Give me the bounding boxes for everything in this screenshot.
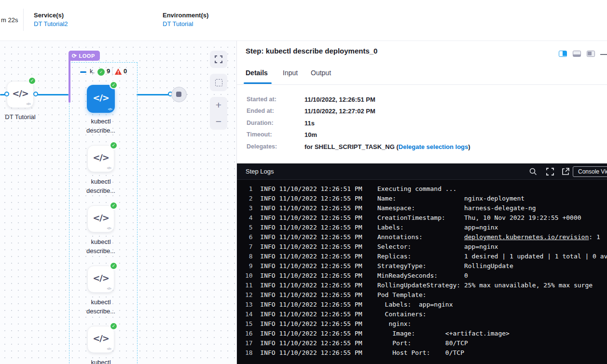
top-bar: m 22s Service(s) DT Tutorial2 Environmen… (0, 0, 607, 40)
log-annotation-link[interactable]: deployment.kubernetes.io/revision (464, 233, 589, 241)
code-icon: </> (88, 273, 114, 283)
tab-details[interactable]: Details (246, 69, 268, 77)
pipeline-end-node[interactable] (171, 87, 187, 102)
log-message: CreationTimestamp: Thu, 10 Nov 2022 19:2… (377, 214, 581, 221)
log-message: Labels: app=nginx (377, 301, 453, 308)
step-node[interactable]: </></> (87, 205, 114, 232)
zoom-in-button[interactable]: + (216, 100, 221, 110)
search-icon[interactable] (529, 167, 538, 176)
code-watermark-icon: </> (107, 286, 111, 291)
layout-split-right-button[interactable] (559, 51, 567, 57)
log-level: INFO (253, 272, 279, 279)
selection-square-icon (215, 79, 222, 86)
log-level: INFO (253, 262, 279, 270)
log-line-number: 12 (245, 291, 253, 298)
log-line: 16 INFO 11/10/2022 12:26:55 PM Image: <+… (245, 329, 510, 338)
log-message: Host Port: 0/TCP (377, 349, 464, 356)
canvas-zoom-controls: + − (210, 97, 227, 130)
step-node[interactable]: </></> (87, 85, 115, 113)
tab-output[interactable]: Output (311, 69, 331, 77)
log-line-number: 18 (245, 349, 253, 356)
stage-node-label: DT Tutorial (0, 112, 49, 121)
detail-row: Duration:11s (237, 120, 607, 129)
code-icon: </> (87, 93, 115, 103)
log-message: MinReadySeconds: 0 (377, 272, 468, 279)
loop-header-divider (112, 67, 112, 76)
log-message: Port: 80/TCP (377, 339, 468, 347)
log-level: INFO (253, 291, 279, 298)
canvas-fullscreen-button[interactable] (210, 51, 227, 68)
detail-row: Started at:11/10/2022, 12:26:51 PM (237, 96, 607, 106)
detail-value: 10m (304, 131, 317, 138)
log-message: Annotations: (377, 233, 464, 241)
zoom-out-button[interactable]: − (216, 117, 221, 126)
open-in-new-icon[interactable] (561, 167, 570, 176)
log-line-number: 8 (245, 253, 253, 260)
step-node-label: kubectldescribe... (72, 237, 130, 256)
step-logs-section: Step Logs Console View 1 INFO 11/10/2022… (237, 163, 607, 364)
delegate-selection-logs-link[interactable]: Delegate selection logs (399, 143, 469, 150)
log-message: RollingUpdateStrategy: 25% max unavailab… (377, 282, 593, 289)
log-line: 13 INFO 11/10/2022 12:26:55 PM Labels: a… (245, 300, 453, 310)
log-level: INFO (253, 349, 279, 356)
log-line-number: 13 (245, 301, 253, 308)
stage-node-dt-tutorial[interactable]: </> </> (7, 81, 34, 108)
log-line-number: 7 (245, 243, 253, 250)
warning-triangle-icon (114, 68, 122, 75)
log-line-number: 11 (245, 282, 253, 289)
log-line: 15 INFO 11/10/2022 12:26:55 PM nginx: (245, 319, 411, 329)
step-node-label: kubectldescribe... (72, 358, 130, 364)
log-line: 1 INFO 11/10/2022 12:26:51 PM Executing … (245, 184, 456, 194)
log-line-number: 1 (245, 185, 253, 192)
environments-label: Environment(s) (163, 12, 208, 19)
log-timestamp: 11/10/2022 12:26:55 PM (279, 320, 377, 327)
code-watermark-icon: </> (107, 166, 111, 170)
step-node[interactable]: </></> (87, 326, 114, 353)
success-check-icon: ✓ (110, 322, 118, 330)
console-view-toggle[interactable]: Console View (573, 166, 607, 177)
log-level: INFO (253, 185, 279, 192)
step-node[interactable]: </></> (87, 145, 114, 172)
collapse-group-button[interactable] (80, 71, 86, 73)
service-link[interactable]: DT Tutorial2 (34, 20, 68, 27)
log-timestamp: 11/10/2022 12:26:55 PM (279, 272, 377, 279)
canvas-fit-selection-button[interactable] (210, 74, 227, 91)
pipeline-canvas[interactable]: </> </> ✓ DT Tutorial ⟳ LOOP k. ✓ 9 0 </… (0, 40, 236, 364)
log-line: 17 INFO 11/10/2022 12:26:55 PM Port: 80/… (245, 338, 468, 348)
log-level: INFO (253, 282, 279, 289)
log-timestamp: 11/10/2022 12:26:55 PM (279, 195, 377, 202)
detail-row: Timeout:10m (237, 131, 607, 141)
log-line: 12 INFO 11/10/2022 12:26:55 PM Pod Templ… (245, 290, 427, 300)
log-message: Replicas: 1 desired | 1 updated | 1 tota… (377, 253, 607, 260)
detail-label: Delegates: (247, 143, 277, 150)
success-check-icon: ✓ (110, 81, 118, 89)
flow-line (137, 94, 169, 95)
step-node-label: kubectldescribe... (72, 297, 130, 316)
tab-input[interactable]: Input (283, 69, 298, 77)
step-node[interactable]: </></> (87, 266, 114, 293)
log-line-number: 2 (245, 195, 253, 202)
expand-logs-icon[interactable] (546, 167, 554, 176)
detail-row: Ended at:11/10/2022, 12:27:02 PM (237, 108, 607, 117)
environment-link[interactable]: DT Tutorial (163, 20, 193, 27)
layout-bottom-button[interactable] (573, 51, 581, 57)
detail-value: for SHELL_SCRIPT_TASK_NG (Delegate selec… (304, 143, 470, 150)
minimize-panel-button[interactable] (600, 54, 607, 55)
log-body[interactable]: 1 INFO 11/10/2022 12:26:51 PM Executing … (237, 180, 607, 364)
log-level: INFO (253, 224, 279, 231)
log-message: Namespace: harness-delegate-ng (377, 204, 536, 212)
code-watermark-icon: </> (108, 107, 112, 111)
code-watermark-icon: </> (107, 226, 111, 230)
log-message: Containers: (377, 310, 427, 318)
log-line: 4 INFO 11/10/2022 12:26:55 PM CreationTi… (245, 213, 581, 223)
log-line: 9 INFO 11/10/2022 12:26:55 PM StrategyTy… (245, 261, 513, 271)
step-logs-header: Step Logs Console View (237, 163, 607, 180)
layout-left-button[interactable] (587, 51, 595, 57)
log-line: 5 INFO 11/10/2022 12:26:55 PM Labels: ap… (245, 223, 498, 232)
log-level: INFO (253, 310, 279, 318)
log-level: INFO (253, 233, 279, 241)
step-title: Step: kubectl describe deployments_0 (246, 47, 377, 55)
log-line-number: 16 (245, 330, 253, 337)
log-timestamp: 11/10/2022 12:26:55 PM (279, 214, 377, 221)
tabs-divider (237, 84, 607, 85)
